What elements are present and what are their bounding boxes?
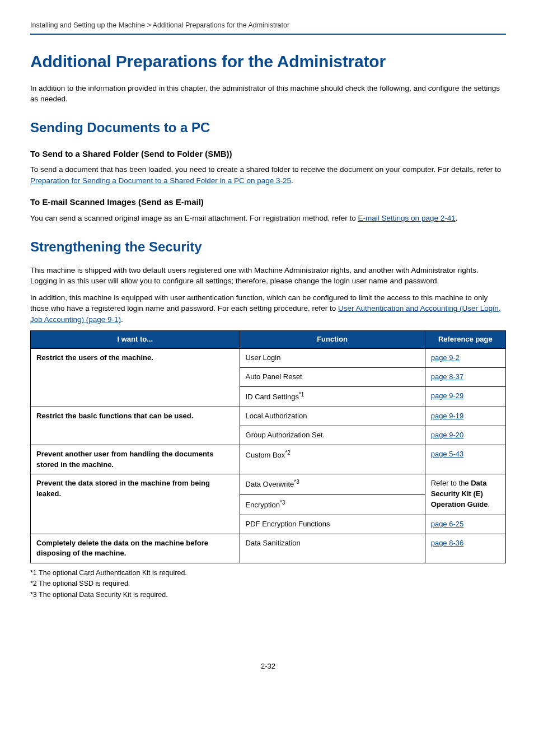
cell-want: Prevent the data stored in the machine f… — [31, 474, 240, 534]
ref-text: Refer to the — [431, 479, 471, 487]
fn-text: Encryption — [246, 501, 280, 509]
cell-ref: page 5-43 — [425, 445, 505, 474]
table-row: Restrict the users of the machine. User … — [31, 349, 506, 368]
cell-fn: Custom Box*2 — [240, 445, 425, 474]
para-smb: To send a document that has been loaded,… — [30, 164, 506, 186]
link-ref[interactable]: page 5-43 — [431, 450, 464, 458]
cell-want: Prevent another user from handling the d… — [31, 445, 240, 474]
link-ref[interactable]: page 9-20 — [431, 431, 464, 439]
cell-ref: page 8-36 — [425, 534, 505, 563]
page-container: Installing and Setting up the Machine > … — [0, 0, 534, 694]
table-row: Restrict the basic functions that can be… — [31, 407, 506, 426]
intro-paragraph: In addition to the information provided … — [30, 83, 506, 105]
fn-text: Custom Box — [246, 451, 285, 459]
cell-fn: Auto Panel Reset — [240, 368, 425, 387]
table-header-row: I want to... Function Reference page — [31, 331, 506, 349]
th-ref: Reference page — [425, 331, 505, 349]
cell-ref: page 9-29 — [425, 386, 505, 407]
security-para1: This machine is shipped with two default… — [30, 265, 506, 287]
cell-ref: Refer to the Data Security Kit (E) Opera… — [425, 474, 505, 515]
footnote-2: *2 The optional SSD is required. — [30, 578, 506, 589]
cell-fn: User Login — [240, 349, 425, 368]
subhead-smb: To Send to a Shared Folder (Send to Fold… — [30, 148, 506, 160]
cell-fn: PDF Encryption Functions — [240, 515, 425, 534]
table-row: Prevent another user from handling the d… — [31, 445, 506, 474]
table-row: Prevent the data stored in the machine f… — [31, 474, 506, 494]
cell-ref: page 9-2 — [425, 349, 505, 368]
para-smb-pre: To send a document that has been loaded,… — [30, 165, 501, 174]
fn-text: ID Card Settings — [246, 393, 299, 401]
security-table: I want to... Function Reference page Res… — [30, 330, 506, 563]
para-email: You can send a scanned original image as… — [30, 213, 506, 224]
para-smb-post: . — [291, 176, 293, 185]
cell-want: Restrict the basic functions that can be… — [31, 407, 240, 445]
th-want: I want to... — [31, 331, 240, 349]
footnote-3: *3 The optional Data Security Kit is req… — [30, 590, 506, 600]
ref-text: . — [488, 500, 490, 508]
link-smb-prep[interactable]: Preparation for Sending a Document to a … — [30, 176, 291, 185]
section-security-title: Strengthening the Security — [30, 237, 506, 257]
cell-ref: page 9-19 — [425, 407, 505, 426]
footnote-ref: *3 — [280, 500, 285, 506]
breadcrumb: Installing and Setting up the Machine > … — [30, 20, 506, 30]
cell-want: Restrict the users of the machine. — [31, 349, 240, 407]
header-rule — [30, 34, 506, 35]
link-ref[interactable]: page 6-25 — [431, 520, 464, 528]
cell-fn: ID Card Settings*1 — [240, 386, 425, 407]
footnote-ref: *1 — [299, 391, 304, 398]
link-email-settings[interactable]: E-mail Settings on page 2-41 — [358, 214, 456, 222]
subhead-email: To E-mail Scanned Images (Send as E-mail… — [30, 196, 506, 208]
link-ref[interactable]: page 9-19 — [431, 412, 464, 420]
table-row: Completely delete the data on the machin… — [31, 534, 506, 563]
section-sending-title: Sending Documents to a PC — [30, 118, 506, 138]
page-title: Additional Preparations for the Administ… — [30, 49, 506, 74]
link-ref[interactable]: page 9-2 — [431, 353, 460, 362]
cell-fn: Local Authorization — [240, 407, 425, 426]
cell-fn: Data Sanitization — [240, 534, 425, 563]
link-ref[interactable]: page 8-37 — [431, 372, 464, 381]
footnote-ref: *2 — [285, 450, 290, 456]
cell-ref: page 6-25 — [425, 515, 505, 534]
para-email-post: . — [456, 214, 458, 222]
footnote-ref: *3 — [294, 479, 299, 485]
security-para2: In addition, this machine is equipped wi… — [30, 292, 506, 325]
link-ref[interactable]: page 8-36 — [431, 539, 464, 547]
para-email-pre: You can send a scanned original image as… — [30, 214, 358, 222]
th-function: Function — [240, 331, 425, 349]
cell-ref: page 8-37 — [425, 368, 505, 387]
page-number: 2-32 — [30, 661, 506, 672]
link-ref[interactable]: page 9-29 — [431, 391, 464, 400]
footnote-1: *1 The optional Card Authentication Kit … — [30, 568, 506, 578]
cell-fn: Encryption*3 — [240, 494, 425, 515]
footnotes: *1 The optional Card Authentication Kit … — [30, 568, 506, 599]
fn-text: Data Overwrite — [246, 480, 294, 489]
cell-fn: Group Authorization Set. — [240, 426, 425, 445]
cell-ref: page 9-20 — [425, 426, 505, 445]
security-para2-post: . — [121, 315, 123, 324]
cell-want: Completely delete the data on the machin… — [31, 534, 240, 563]
cell-fn: Data Overwrite*3 — [240, 474, 425, 494]
